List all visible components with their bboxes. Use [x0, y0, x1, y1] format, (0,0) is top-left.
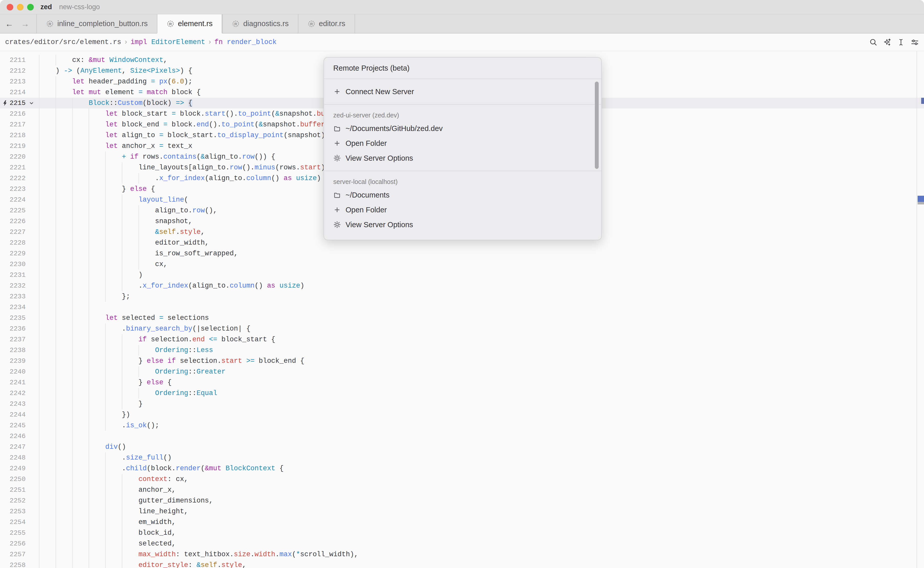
code-line[interactable]: 2250 context: cx,: [0, 474, 924, 485]
code-line[interactable]: 2254 em_width,: [0, 517, 924, 527]
line-number: 2253: [0, 506, 26, 517]
code-text: };: [39, 291, 130, 302]
plus-icon: [333, 139, 341, 147]
code-line[interactable]: 2247 div(): [0, 442, 924, 452]
scrollbar-active-line-marker: [921, 98, 924, 104]
line-number: 2222: [0, 173, 26, 184]
code-line[interactable]: 2234: [0, 302, 924, 313]
connect-new-server-item[interactable]: Connect New Server: [324, 84, 601, 99]
project-folder-item[interactable]: ~/Documents/GitHub/zed.dev: [324, 121, 601, 136]
code-text: editor_style: &self.style,: [39, 560, 246, 568]
tab-inline-completion-button[interactable]: R inline_completion_button.rs: [36, 14, 157, 33]
open-folder-item[interactable]: Open Folder: [324, 202, 601, 217]
breadcrumb-impl-keyword: impl: [130, 38, 147, 46]
open-folder-label: Open Folder: [346, 206, 387, 214]
close-window-icon[interactable]: [7, 4, 13, 11]
code-line[interactable]: 2245 .is_ok();: [0, 420, 924, 431]
code-line[interactable]: 2258 editor_style: &self.style,: [0, 560, 924, 568]
code-text: gutter_dimensions,: [39, 495, 213, 506]
breadcrumb-fn-keyword: fn: [215, 38, 223, 46]
project-folder-item[interactable]: ~/Documents: [324, 187, 601, 202]
line-number: 2226: [0, 216, 26, 227]
plus-icon: [333, 88, 341, 95]
line-number: 2249: [0, 463, 26, 474]
project-folder-path: ~/Documents: [346, 191, 390, 199]
code-action-bolt-icon[interactable]: [2, 100, 8, 106]
zoom-window-icon[interactable]: [27, 4, 34, 11]
code-text: Ordering::Less: [39, 345, 213, 356]
forward-arrow-icon[interactable]: →: [21, 20, 29, 28]
code-text: cx,: [39, 259, 167, 270]
gear-icon: [333, 221, 341, 228]
tab-diagnostics[interactable]: R diagnostics.rs: [222, 14, 298, 33]
code-line[interactable]: 2236 .binary_search_by(|selection| {: [0, 323, 924, 334]
breadcrumb-separator: ›: [121, 38, 130, 46]
code-line[interactable]: 2237 if selection.end <= block_start {: [0, 334, 924, 345]
modal-scrollbar-thumb[interactable]: [595, 82, 599, 169]
inline-assist-sparkle-icon[interactable]: [883, 38, 892, 47]
view-server-options-item[interactable]: View Server Options: [324, 151, 601, 166]
minimize-window-icon[interactable]: [17, 4, 24, 11]
line-number: 2221: [0, 162, 26, 173]
code-line[interactable]: 2244 }): [0, 409, 924, 420]
line-number: 2235: [0, 313, 26, 323]
chevron-down-icon[interactable]: [28, 100, 35, 107]
code-line[interactable]: 2240 Ordering::Greater: [0, 366, 924, 377]
code-line[interactable]: 2243 }: [0, 399, 924, 409]
code-line[interactable]: 2239 } else if selection.start >= block_…: [0, 356, 924, 366]
back-arrow-icon[interactable]: ←: [5, 20, 13, 28]
code-line[interactable]: 2232 .x_for_index(align_to.column() as u…: [0, 280, 924, 291]
code-line[interactable]: 2230 cx,: [0, 259, 924, 270]
code-line[interactable]: 2249 .child(block.render(&mut BlockConte…: [0, 463, 924, 474]
settings-sliders-icon[interactable]: [910, 38, 919, 47]
tab-element[interactable]: R element.rs: [157, 14, 222, 33]
line-number: 2252: [0, 495, 26, 506]
code-text: is_row_soft_wrapped,: [39, 248, 238, 259]
server-name-label: zed-ui-server (zed.dev): [324, 105, 601, 121]
code-text: div(): [39, 442, 126, 452]
code-text: .x_for_index(align_to.column() as usize): [39, 280, 304, 291]
code-line[interactable]: 2242 Ordering::Equal: [0, 388, 924, 399]
ibeam-cursor-icon[interactable]: [896, 38, 906, 47]
code-line[interactable]: 2229 is_row_soft_wrapped,: [0, 248, 924, 259]
view-server-options-item[interactable]: View Server Options: [324, 217, 601, 232]
server-section-local: server-local (localhost) ~/Documents Ope…: [324, 171, 601, 237]
tab-editor[interactable]: R editor.rs: [298, 14, 355, 33]
code-line[interactable]: 2231 ): [0, 270, 924, 280]
code-line[interactable]: 2235 let selected = selections: [0, 313, 924, 323]
code-line[interactable]: 2252 gutter_dimensions,: [0, 495, 924, 506]
code-line[interactable]: 2256 selected,: [0, 538, 924, 549]
line-number: 2250: [0, 474, 26, 485]
rust-icon: R: [166, 20, 174, 28]
code-line[interactable]: 2253 line_height,: [0, 506, 924, 517]
toolbar: crates/editor/src/element.rs›impl Editor…: [0, 33, 924, 51]
code-line[interactable]: 2246: [0, 431, 924, 442]
code-text: [39, 431, 105, 442]
search-icon[interactable]: [869, 38, 878, 47]
code-text: .size_full(): [39, 452, 172, 463]
code-line[interactable]: 2251 anchor_x,: [0, 485, 924, 495]
code-text: em_width,: [39, 517, 176, 527]
code-line[interactable]: 2238 Ordering::Less: [0, 345, 924, 356]
breadcrumb[interactable]: crates/editor/src/element.rs›impl Editor…: [5, 38, 277, 46]
open-folder-item[interactable]: Open Folder: [324, 136, 601, 151]
rust-icon: R: [46, 20, 54, 28]
tab-label: diagnostics.rs: [243, 20, 289, 28]
code-text: let header_padding = px(6.0);: [39, 76, 192, 87]
tab-label: inline_completion_button.rs: [57, 20, 148, 28]
scrollbar-thumb[interactable]: [918, 196, 924, 202]
code-text: ) -> (AnyElement, Size<Pixels>) {: [39, 65, 192, 76]
code-text: }: [39, 399, 142, 409]
code-line[interactable]: 2248 .size_full(): [0, 452, 924, 463]
project-name[interactable]: new-css-logo: [59, 3, 100, 11]
rust-icon: R: [232, 20, 240, 28]
code-line[interactable]: 2233 };: [0, 291, 924, 302]
code-text: [39, 302, 105, 313]
svg-text:R: R: [169, 22, 172, 26]
code-text: let anchor_x = text_x: [39, 141, 192, 151]
code-line[interactable]: 2257 max_width: text_hitbox.size.width.m…: [0, 549, 924, 560]
code-line[interactable]: 2241 } else {: [0, 377, 924, 388]
code-line[interactable]: 2255 block_id,: [0, 527, 924, 538]
view-server-options-label: View Server Options: [346, 221, 413, 229]
editor-scrollbar[interactable]: [916, 51, 924, 568]
